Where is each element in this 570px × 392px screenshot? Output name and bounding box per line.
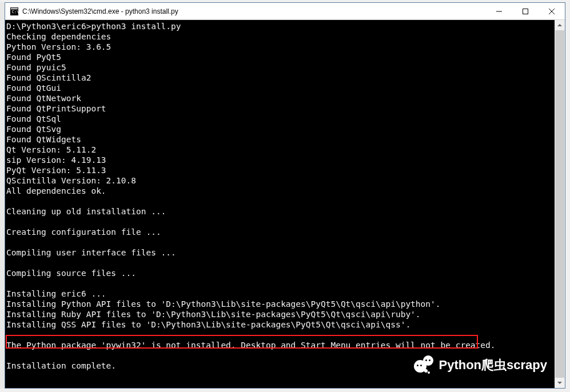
maximize-button[interactable] bbox=[512, 3, 539, 19]
svg-rect-4 bbox=[523, 9, 528, 14]
titlebar[interactable]: C:\ C:\Windows\System32\cmd.exe - python… bbox=[5, 3, 565, 20]
watermark: Python爬虫scrapy bbox=[414, 354, 548, 376]
wechat-icon bbox=[414, 354, 436, 376]
terminal-area: D:\Python3\eric6>python3 install.py Chec… bbox=[5, 20, 565, 388]
cmd-icon: C:\ bbox=[10, 7, 19, 16]
scroll-down-button[interactable] bbox=[555, 378, 565, 388]
left-edge-strip bbox=[0, 2, 5, 389]
scrollbar-track[interactable] bbox=[555, 30, 565, 378]
scrollbar-thumb[interactable] bbox=[555, 30, 564, 378]
watermark-text: Python爬虫scrapy bbox=[439, 357, 548, 374]
window-title: C:\Windows\System32\cmd.exe - python3 in… bbox=[22, 7, 486, 15]
svg-text:C:\: C:\ bbox=[12, 9, 18, 14]
terminal-output[interactable]: D:\Python3\eric6>python3 install.py Chec… bbox=[5, 20, 555, 388]
svg-marker-8 bbox=[557, 382, 562, 384]
minimize-button[interactable] bbox=[486, 3, 512, 19]
scroll-up-button[interactable] bbox=[555, 20, 565, 30]
svg-marker-7 bbox=[557, 24, 562, 26]
cmd-window: C:\ C:\Windows\System32\cmd.exe - python… bbox=[5, 2, 565, 389]
close-button[interactable] bbox=[539, 3, 565, 19]
window-controls bbox=[486, 3, 565, 19]
vertical-scrollbar[interactable] bbox=[555, 20, 565, 388]
